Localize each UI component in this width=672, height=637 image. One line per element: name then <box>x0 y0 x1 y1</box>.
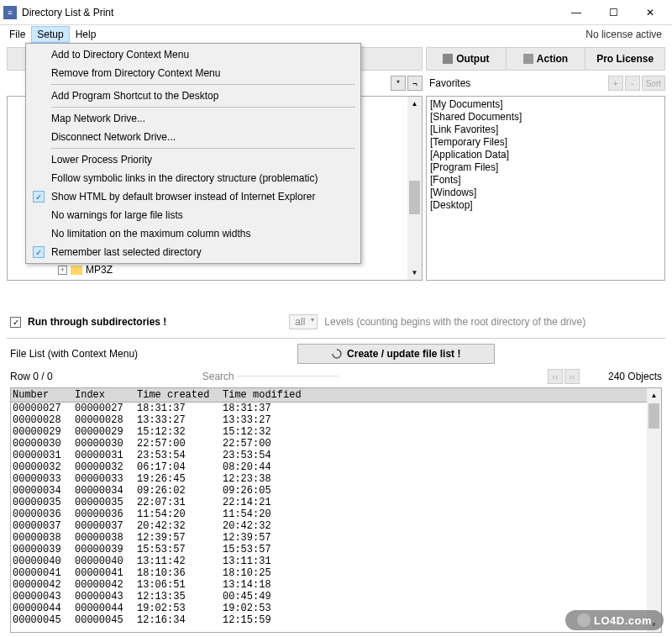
favorites-item[interactable]: [Application Data] <box>430 149 661 161</box>
cell-modified: 20:42:32 <box>221 520 322 532</box>
levels-select[interactable]: all <box>289 314 318 329</box>
table-row[interactable]: 000000450000004512:16:3412:15:59 <box>11 614 647 626</box>
expand-icon[interactable]: + <box>58 266 67 275</box>
close-button[interactable]: ✕ <box>632 1 669 24</box>
subdir-checkbox[interactable]: ✓ <box>10 317 21 328</box>
menu-file[interactable]: File <box>3 26 31 43</box>
table-row[interactable]: 000000320000003206:17:0408:20:44 <box>11 461 647 473</box>
favorites-item[interactable]: [Desktop] <box>430 199 661 212</box>
favorites-item[interactable]: [My Documents] <box>430 98 661 111</box>
menu-item[interactable]: Add Program Shortcut to the Desktop <box>28 87 359 105</box>
favorites-list[interactable]: [My Documents][Shared Documents][Link Fa… <box>426 96 665 281</box>
favorites-item[interactable]: [Shared Documents] <box>430 111 661 124</box>
col-time-modified[interactable]: Time modified <box>221 388 322 402</box>
cell-created: 22:07:31 <box>135 497 221 508</box>
table-row[interactable]: 000000410000004118:10:3618:10:25 <box>11 567 647 579</box>
table-scrollbar[interactable]: ▲ ▼ <box>647 388 661 632</box>
menu-item[interactable]: Add to Directory Context Menu <box>28 45 359 64</box>
menu-item[interactable]: Disconnect Network Drive... <box>28 128 359 146</box>
menu-item[interactable]: Follow symbolic links in the directory s… <box>28 169 359 187</box>
cell-index: 00000036 <box>73 508 135 520</box>
file-list-title: File List (with Context Menu) <box>10 348 138 360</box>
cell-index: 00000043 <box>73 591 135 603</box>
favorites-item[interactable]: [Program Files] <box>430 161 661 174</box>
create-update-button[interactable]: Create / update file list ! <box>297 344 495 364</box>
search-input[interactable] <box>238 376 339 376</box>
cell-modified: 13:14:18 <box>221 579 322 591</box>
cell-number: 00000027 <box>11 403 73 414</box>
tab-output[interactable]: Output <box>427 48 507 70</box>
refresh-icon <box>332 349 342 359</box>
cell-number: 00000038 <box>11 532 73 544</box>
menu-item[interactable]: Lower Process Priority <box>28 150 359 169</box>
cell-created: 23:53:54 <box>135 450 221 461</box>
cell-number: 00000044 <box>11 603 73 614</box>
cell-modified: 11:54:20 <box>221 508 322 520</box>
fav-sort-button[interactable]: Sort <box>642 76 665 91</box>
table-row[interactable]: 000000290000002915:12:3215:12:32 <box>11 426 647 438</box>
subdir-label: Run through subdirectories ! <box>28 316 166 328</box>
file-list-table[interactable]: Number Index Time created Time modified … <box>10 387 662 633</box>
favorites-item[interactable]: [Windows] <box>430 187 661 199</box>
nav-next-button[interactable]: ›› <box>564 369 580 384</box>
table-row[interactable]: 000000440000004419:02:5319:02:53 <box>11 603 647 614</box>
tab-action[interactable]: Action <box>507 48 586 70</box>
levels-text: Levels (counting begins with the root di… <box>324 316 585 328</box>
col-number[interactable]: Number <box>11 388 73 402</box>
license-status: No license active <box>585 29 669 40</box>
table-row[interactable]: 000000270000002718:31:3718:31:37 <box>11 403 647 414</box>
favorites-item[interactable]: [Fonts] <box>430 174 661 187</box>
tree-item-label: MP3Z <box>86 264 113 276</box>
table-row[interactable]: 000000340000003409:26:0209:26:05 <box>11 485 647 497</box>
cell-modified: 13:11:31 <box>221 555 322 567</box>
table-row[interactable]: 000000390000003915:53:5715:53:57 <box>11 544 647 555</box>
cell-modified: 00:45:49 <box>221 591 322 603</box>
menu-item[interactable]: Show HTML by default browser instead of … <box>28 187 359 206</box>
menu-item[interactable]: Map Network Drive... <box>28 109 359 128</box>
table-row[interactable]: 000000280000002813:33:2713:33:27 <box>11 414 647 426</box>
table-row[interactable]: 000000430000004312:13:3500:45:49 <box>11 591 647 603</box>
table-row[interactable]: 000000420000004213:06:5113:14:18 <box>11 579 647 591</box>
menu-item[interactable]: No warnings for large file lists <box>28 206 359 224</box>
cell-created: 09:26:02 <box>135 485 221 497</box>
fav-add-button[interactable]: + <box>608 76 623 91</box>
menu-help[interactable]: Help <box>70 26 102 43</box>
cell-index: 00000038 <box>73 532 135 544</box>
table-row[interactable]: 000000360000003611:54:2011:54:20 <box>11 508 647 520</box>
table-row[interactable]: 000000350000003522:07:3122:14:21 <box>11 497 647 508</box>
scroll-thumb[interactable] <box>648 403 659 429</box>
table-row[interactable]: 000000400000004013:11:4213:11:31 <box>11 555 647 567</box>
setup-dropdown: Add to Directory Context MenuRemove from… <box>25 43 361 264</box>
cell-index: 00000028 <box>73 414 135 426</box>
fav-remove-button[interactable]: - <box>625 76 640 91</box>
tab-pro-license[interactable]: Pro License <box>585 48 664 70</box>
tree-scrollbar[interactable]: ▲ ▼ <box>407 97 422 280</box>
scroll-thumb[interactable] <box>409 181 420 214</box>
tree-item[interactable]: +MP3Z <box>11 263 405 276</box>
menu-setup[interactable]: Setup <box>31 26 69 43</box>
history-add-button[interactable]: * <box>391 76 406 91</box>
cell-created: 12:39:57 <box>135 532 221 544</box>
menu-item[interactable]: No limitation on the maximum column widt… <box>28 224 359 243</box>
scroll-down-icon[interactable]: ▼ <box>407 266 422 280</box>
table-row[interactable]: 000000330000003319:26:4512:23:38 <box>11 473 647 485</box>
scroll-up-icon[interactable]: ▲ <box>407 97 422 111</box>
table-row[interactable]: 000000300000003022:57:0022:57:00 <box>11 438 647 450</box>
menu-separator <box>51 84 355 85</box>
menu-item[interactable]: Remove from Directory Context Menu <box>28 64 359 82</box>
table-row[interactable]: 000000370000003720:42:3220:42:32 <box>11 520 647 532</box>
favorites-item[interactable]: [Temporary Files] <box>430 136 661 149</box>
menu-separator <box>51 148 355 149</box>
check-icon: ✓ <box>33 191 45 203</box>
col-time-created[interactable]: Time created <box>135 388 221 402</box>
history-remove-button[interactable]: ¬ <box>407 76 423 91</box>
maximize-button[interactable]: ☐ <box>595 1 632 24</box>
table-row[interactable]: 000000310000003123:53:5423:53:54 <box>11 450 647 461</box>
table-row[interactable]: 000000380000003812:39:5712:39:57 <box>11 532 647 544</box>
menu-item[interactable]: Remember last selected directory✓ <box>28 243 359 261</box>
nav-prev-button[interactable]: ‹‹ <box>548 369 563 384</box>
col-index[interactable]: Index <box>73 388 135 402</box>
minimize-button[interactable]: — <box>558 1 595 24</box>
scroll-up-icon[interactable]: ▲ <box>647 388 661 403</box>
favorites-item[interactable]: [Link Favorites] <box>430 124 661 136</box>
